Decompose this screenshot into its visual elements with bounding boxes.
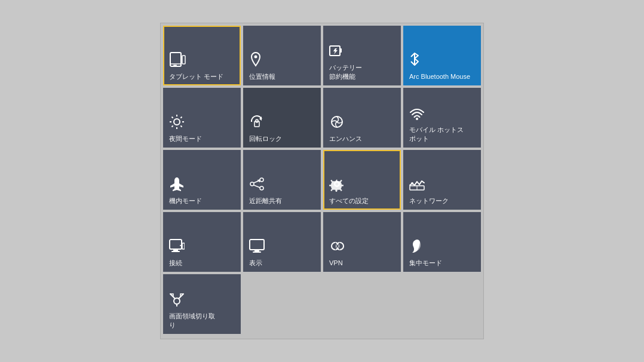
tablet-mode-icon [169,52,186,70]
all-settings-icon [329,176,345,194]
connect-icon [169,238,185,256]
tile-network[interactable]: ネットワーク [403,150,481,210]
svg-rect-31 [170,240,182,249]
svg-line-12 [172,116,173,118]
tile-network-label: ネットワーク [409,197,449,205]
tile-mobile-hotspot-label: モバイル ホットスポット [409,125,464,143]
night-mode-icon [169,114,185,132]
snipping-icon [169,292,185,309]
svg-rect-6 [340,48,342,53]
svg-rect-33 [171,251,180,252]
network-icon [409,176,425,194]
tile-nearby-sharing-label: 近距離共有 [249,197,282,205]
tile-night-mode[interactable]: 夜間モード [163,88,241,148]
tile-connect-label: 接続 [169,259,182,267]
mobile-hotspot-icon [409,108,425,123]
svg-rect-38 [253,251,261,253]
tile-connect[interactable]: 接続 [163,212,241,272]
svg-point-40 [336,243,344,250]
tile-nearby-sharing[interactable]: 近距離共有 [243,150,321,210]
svg-rect-32 [173,249,178,251]
display-icon [249,238,265,256]
tile-vpn-label: VPN [329,259,343,267]
tile-tablet-mode-label: タブレット モード [169,72,223,81]
tile-arc-bluetooth-mouse-label: Arc Bluetooth Mouse [409,72,470,81]
tile-enhance[interactable]: エンハンス [323,88,401,148]
tile-all-settings[interactable]: すべての設定 [323,150,401,210]
svg-point-23 [260,186,263,190]
tile-display[interactable]: 表示 [243,212,321,272]
tile-enhance-label: エンハンス [329,134,362,143]
tile-airplane-mode-label: 機内モード [169,197,202,205]
svg-line-14 [180,116,182,118]
tile-tablet-mode[interactable]: タブレット モード [163,26,241,85]
svg-line-15 [172,125,173,127]
vpn-icon [329,238,345,256]
bluetooth-icon [409,52,420,70]
svg-rect-36 [250,240,264,250]
tile-location-label: 位置情報 [249,72,275,81]
tile-location[interactable]: 位置情報 [243,26,321,85]
tile-battery-saver[interactable]: バッテリー節約機能 [323,26,401,85]
tile-all-settings-label: すべての設定 [329,197,369,205]
action-center-grid: タブレット モード 位置情報 バッテリー節約機能 [160,23,484,339]
svg-point-7 [174,119,180,125]
tile-airplane-mode[interactable]: 機内モード [163,150,241,210]
nearby-sharing-icon [249,176,265,194]
svg-point-4 [254,55,257,58]
airplane-mode-icon [169,176,185,194]
tile-vpn[interactable]: VPN [323,212,401,272]
svg-point-28 [411,182,413,185]
svg-point-21 [250,182,254,186]
tile-rotation-lock-label: 回転ロック [249,134,282,143]
rotation-lock-icon [249,114,265,132]
svg-point-41 [174,298,180,304]
svg-rect-34 [182,243,185,249]
svg-rect-2 [173,65,177,66]
svg-rect-3 [182,56,185,64]
tile-snipping[interactable]: 画面領域切り取り [163,274,241,334]
tile-display-label: 表示 [249,259,262,267]
svg-point-22 [260,178,263,182]
tile-arc-bluetooth-mouse[interactable]: Arc Bluetooth Mouse [403,26,481,85]
battery-saver-icon [329,43,342,61]
tile-battery-saver-label: バッテリー節約機能 [329,63,362,81]
location-icon [249,52,262,70]
tile-night-mode-label: 夜間モード [169,134,202,143]
focus-mode-icon [409,238,422,256]
enhance-icon [329,114,345,132]
svg-rect-37 [254,250,259,251]
tile-focus-mode[interactable]: 集中モード [403,212,481,272]
svg-line-25 [254,185,260,188]
tile-rotation-lock[interactable]: 回転ロック [243,88,321,148]
svg-point-20 [416,118,418,120]
svg-line-13 [180,125,182,127]
tile-focus-mode-label: 集中モード [409,259,442,267]
tile-snipping-label: 画面領域切り取り [169,312,215,329]
tile-mobile-hotspot[interactable]: モバイル ホットスポット [403,88,481,148]
